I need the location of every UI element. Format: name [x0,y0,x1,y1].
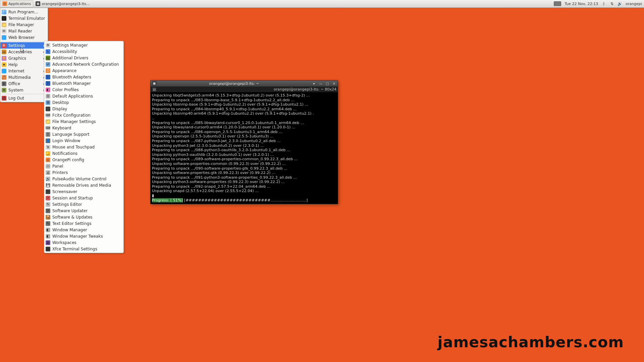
submenu-item-screensaver[interactable]: ✦Screensaver [44,188,123,195]
submenu-item-printers[interactable]: 🖨Printers [44,169,123,176]
terminal-line: Unpacking openvpn (2.5.5-1ubuntu3.1) ove… [152,134,336,139]
text-icon: ✎ [46,221,50,226]
distro-logo-icon: ◎ [2,1,7,6]
menu-item-label: Web Browser [8,35,35,40]
menu-item-settings[interactable]: ⚙Settings▸ [0,42,48,49]
submenu-item-display[interactable]: 🖵Display [44,106,123,112]
bluetooth-tray-icon[interactable]: ᛒ [601,1,606,6]
submenu-item-bluetooth-manager[interactable]: ᛒBluetooth Manager [44,80,123,86]
window-icon: ◧ [46,234,50,239]
submenu-item-notifications[interactable]: 🔔Notifications [44,150,123,157]
submenu-item-label: PulseAudio Volume Control [52,177,106,181]
terminal-line: Unpacking snapd (2.57.5+22.04) over (2.5… [152,189,336,193]
submenu-item-color-profiles[interactable]: ◧Color Profiles [44,86,123,93]
workspace-switcher[interactable] [554,1,561,6]
terminal-line: Preparing to unpack .../092-snapd_2.57.5… [152,184,336,189]
submenu-item-label: Workspaces [52,240,76,245]
submenu-item-pulseaudio-volume-control[interactable]: 🔊PulseAudio Volume Control [44,176,123,182]
submenu-item-text-editor-settings[interactable]: ✎Text Editor Settings [44,220,123,227]
office-icon: 🗎 [2,81,6,86]
submenu-item-additional-drivers[interactable]: 🖴Additional Drivers [44,55,123,61]
menu-item-run-program[interactable]: 🔍Run Program... [0,9,48,15]
menu-item-label: Run Program... [8,10,38,14]
panel-right: Tue 22 Nov, 22:13 ᛒ ⇅ 🔊 orangepi [554,0,644,7]
progress-bar: [###########################............… [183,198,308,202]
submenu-item-label: Session and Startup [52,196,93,200]
menu-item-help[interactable]: ★Help [0,61,48,68]
submenu-item-default-applications[interactable]: ☰Default Applications [44,93,123,99]
submenu-item-appearance[interactable]: 🎨Appearance [44,67,123,74]
menu-item-label: Office [8,81,20,86]
network-tray-icon[interactable]: ⇅ [609,1,614,6]
menu-item-web-browser[interactable]: 🌐Web Browser [0,34,48,41]
progress-label: Progress: [ 51%] [152,198,183,202]
submenu-item-orangepi-config[interactable]: ◎OrangePi config [44,157,123,163]
mouse-icon: 🖱 [46,145,50,149]
menu-item-log-out[interactable]: ⏻Log Out [0,95,48,101]
window-keep-above-button[interactable]: ▾ [312,81,316,85]
menu-item-label: Help [8,62,17,67]
submenu-item-settings-editor[interactable]: ✎Settings Editor [44,201,123,207]
user-label[interactable]: orangepi [626,2,642,6]
session-icon: ⟳ [46,196,50,200]
submenu-item-label: Panel [52,164,63,169]
orangepi-icon: ◎ [46,158,50,162]
menu-item-terminal-emulator[interactable]: ▣Terminal Emulator [0,15,48,21]
submenu-item-desktop[interactable]: 🖥Desktop [44,99,123,106]
menu-item-mail-reader[interactable]: ✉Mail Reader [0,28,48,34]
menu-item-graphics[interactable]: 🎨Graphics▸ [0,55,48,61]
clock[interactable]: Tue 22 Nov, 22:13 [565,2,598,6]
terminal-titlebar[interactable]: ▣ orangepi@orangepi3-lts: ~ ▾ — ▢ ✕ [151,80,338,86]
submenu-item-xfce-terminal-settings[interactable]: ▣Xfce Terminal Settings [44,246,123,252]
window-maximize-button[interactable]: ▢ [325,81,330,85]
volume-tray-icon[interactable]: 🔊 [618,1,622,6]
submenu-item-login-window[interactable]: 👤Login Window [44,137,123,144]
submenu-item-advanced-network-configuration[interactable]: ⇄Advanced Network Configuration [44,61,123,67]
terminal-line: ▮ [152,193,336,198]
terminal-line: .. [152,116,336,121]
multimedia-icon: 🎵 [2,75,6,80]
submenu-item-language-support[interactable]: 文Language Support [44,131,123,137]
submenu-item-workspaces[interactable]: ▦Workspaces [44,239,123,246]
software-icon: ⟳ [46,208,50,213]
notifications-icon: 🔔 [46,151,50,156]
submenu-item-settings-manager[interactable]: ⚙Settings Manager [44,42,123,48]
submenu-item-mouse-and-touchpad[interactable]: 🖱Mouse and Touchpad [44,144,123,150]
submenu-item-removable-drives-and-media[interactable]: 💾Removable Drives and Media [44,182,123,188]
submenu-item-window-manager-tweaks[interactable]: ◧Window Manager Tweaks [44,233,123,239]
submenu-item-file-manager-settings[interactable]: 📁File Manager Settings [44,118,123,125]
graphics-icon: 🎨 [2,56,6,61]
menu-item-accessories[interactable]: 🗂Accessories▸ [0,49,48,55]
tab-icon[interactable]: ▤ [152,87,157,92]
submenu-item-keyboard[interactable]: ⌨Keyboard [44,125,123,131]
window-minimize-button[interactable]: — [318,81,323,85]
menu-item-system[interactable]: ⚙System▸ [0,87,48,93]
menu-item-file-manager[interactable]: 📁File Manager [0,21,48,28]
submenu-item-session-and-startup[interactable]: ⟳Session and Startup [44,195,123,201]
taskbar-item-terminal[interactable]: ▣ orangepi@orangepi3-lts... [33,0,92,7]
terminal-output[interactable]: Unpacking libqt5widgets5:arm64 (5.15.3+d… [151,93,338,204]
submenu-item-fcitx-configuration[interactable]: ⌨Fcitx Configuration [44,112,123,118]
window-close-button[interactable]: ✕ [332,81,336,85]
submenu-item-label: Appearance [52,68,76,73]
submenu-item-software-updater[interactable]: ⟳Software Updater [44,207,123,214]
submenu-item-label: File Manager Settings [52,119,96,124]
terminal-line: Unpacking software-properties-gtk (0.99.… [152,171,336,175]
submenu-item-label: Desktop [52,100,69,105]
submenu-item-label: Fcitx Configuration [52,113,91,118]
submenu-item-label: Display [52,107,67,111]
menu-item-office[interactable]: 🗎Office▸ [0,80,48,87]
submenu-item-bluetooth-adapters[interactable]: ᛒBluetooth Adapters [44,74,123,80]
submenu-item-panel[interactable]: ▭Panel [44,163,123,169]
submenu-item-window-manager[interactable]: ◧Window Manager [44,227,123,233]
settings-icon: ⚙ [2,43,6,48]
bluetooth-icon: ᛒ [46,75,50,79]
terminal-line: Unpacking python3-jwt (2.3.0-1ubuntu0.2)… [152,143,336,148]
menu-separator [2,94,46,94]
menu-item-internet[interactable]: 🌐Internet▸ [0,68,48,74]
submenu-item-label: Accessibility [52,49,77,54]
submenu-item-accessibility[interactable]: ♿Accessibility [44,48,123,55]
submenu-item-software-updates[interactable]: 📦Software & Updates [44,214,123,220]
menu-item-multimedia[interactable]: 🎵Multimedia▸ [0,74,48,80]
applications-menu-button[interactable]: ◎ Applications [0,0,33,7]
